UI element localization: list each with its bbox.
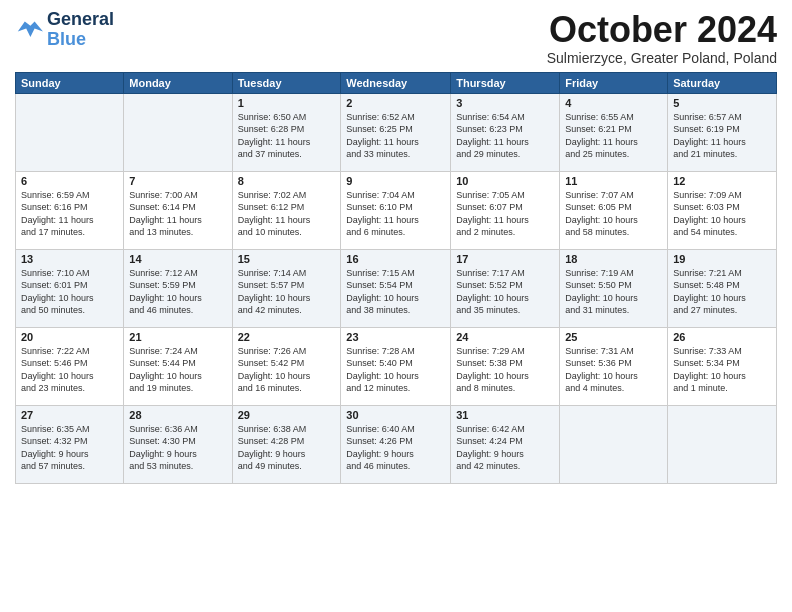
calendar-cell: 15Sunrise: 7:14 AM Sunset: 5:57 PM Dayli… <box>232 249 341 327</box>
day-number: 18 <box>565 253 662 265</box>
day-number: 26 <box>673 331 771 343</box>
day-info: Sunrise: 7:00 AM Sunset: 6:14 PM Dayligh… <box>129 189 226 239</box>
day-info: Sunrise: 7:05 AM Sunset: 6:07 PM Dayligh… <box>456 189 554 239</box>
day-info: Sunrise: 6:52 AM Sunset: 6:25 PM Dayligh… <box>346 111 445 161</box>
day-info: Sunrise: 6:42 AM Sunset: 4:24 PM Dayligh… <box>456 423 554 473</box>
day-number: 6 <box>21 175 118 187</box>
day-number: 24 <box>456 331 554 343</box>
day-number: 30 <box>346 409 445 421</box>
day-number: 5 <box>673 97 771 109</box>
col-header-thursday: Thursday <box>451 72 560 93</box>
day-number: 27 <box>21 409 118 421</box>
calendar-cell: 25Sunrise: 7:31 AM Sunset: 5:36 PM Dayli… <box>560 327 668 405</box>
day-number: 29 <box>238 409 336 421</box>
day-number: 1 <box>238 97 336 109</box>
day-info: Sunrise: 6:36 AM Sunset: 4:30 PM Dayligh… <box>129 423 226 473</box>
day-number: 10 <box>456 175 554 187</box>
calendar-cell <box>668 405 777 483</box>
header-row: SundayMondayTuesdayWednesdayThursdayFrid… <box>16 72 777 93</box>
calendar-week-3: 13Sunrise: 7:10 AM Sunset: 6:01 PM Dayli… <box>16 249 777 327</box>
col-header-saturday: Saturday <box>668 72 777 93</box>
logo-icon <box>15 16 43 44</box>
day-info: Sunrise: 7:14 AM Sunset: 5:57 PM Dayligh… <box>238 267 336 317</box>
day-info: Sunrise: 7:29 AM Sunset: 5:38 PM Dayligh… <box>456 345 554 395</box>
day-info: Sunrise: 7:26 AM Sunset: 5:42 PM Dayligh… <box>238 345 336 395</box>
calendar-cell <box>560 405 668 483</box>
day-info: Sunrise: 7:31 AM Sunset: 5:36 PM Dayligh… <box>565 345 662 395</box>
col-header-sunday: Sunday <box>16 72 124 93</box>
calendar-week-4: 20Sunrise: 7:22 AM Sunset: 5:46 PM Dayli… <box>16 327 777 405</box>
calendar-cell: 29Sunrise: 6:38 AM Sunset: 4:28 PM Dayli… <box>232 405 341 483</box>
day-info: Sunrise: 7:15 AM Sunset: 5:54 PM Dayligh… <box>346 267 445 317</box>
col-header-friday: Friday <box>560 72 668 93</box>
day-info: Sunrise: 7:07 AM Sunset: 6:05 PM Dayligh… <box>565 189 662 239</box>
day-info: Sunrise: 7:17 AM Sunset: 5:52 PM Dayligh… <box>456 267 554 317</box>
col-header-tuesday: Tuesday <box>232 72 341 93</box>
day-info: Sunrise: 7:09 AM Sunset: 6:03 PM Dayligh… <box>673 189 771 239</box>
day-info: Sunrise: 7:28 AM Sunset: 5:40 PM Dayligh… <box>346 345 445 395</box>
calendar-cell <box>16 93 124 171</box>
day-info: Sunrise: 7:19 AM Sunset: 5:50 PM Dayligh… <box>565 267 662 317</box>
calendar-cell: 31Sunrise: 6:42 AM Sunset: 4:24 PM Dayli… <box>451 405 560 483</box>
calendar-cell: 10Sunrise: 7:05 AM Sunset: 6:07 PM Dayli… <box>451 171 560 249</box>
calendar-cell: 5Sunrise: 6:57 AM Sunset: 6:19 PM Daylig… <box>668 93 777 171</box>
calendar-week-2: 6Sunrise: 6:59 AM Sunset: 6:16 PM Daylig… <box>16 171 777 249</box>
col-header-wednesday: Wednesday <box>341 72 451 93</box>
day-number: 8 <box>238 175 336 187</box>
calendar-cell: 16Sunrise: 7:15 AM Sunset: 5:54 PM Dayli… <box>341 249 451 327</box>
page: General Blue October 2024 Sulmierzyce, G… <box>0 0 792 612</box>
day-number: 14 <box>129 253 226 265</box>
calendar-cell: 24Sunrise: 7:29 AM Sunset: 5:38 PM Dayli… <box>451 327 560 405</box>
calendar-cell: 27Sunrise: 6:35 AM Sunset: 4:32 PM Dayli… <box>16 405 124 483</box>
calendar-cell: 26Sunrise: 7:33 AM Sunset: 5:34 PM Dayli… <box>668 327 777 405</box>
day-number: 9 <box>346 175 445 187</box>
day-info: Sunrise: 7:21 AM Sunset: 5:48 PM Dayligh… <box>673 267 771 317</box>
day-number: 23 <box>346 331 445 343</box>
day-info: Sunrise: 6:57 AM Sunset: 6:19 PM Dayligh… <box>673 111 771 161</box>
calendar-cell: 23Sunrise: 7:28 AM Sunset: 5:40 PM Dayli… <box>341 327 451 405</box>
calendar-cell <box>124 93 232 171</box>
day-info: Sunrise: 7:22 AM Sunset: 5:46 PM Dayligh… <box>21 345 118 395</box>
subtitle: Sulmierzyce, Greater Poland, Poland <box>547 50 777 66</box>
calendar-cell: 12Sunrise: 7:09 AM Sunset: 6:03 PM Dayli… <box>668 171 777 249</box>
day-info: Sunrise: 6:55 AM Sunset: 6:21 PM Dayligh… <box>565 111 662 161</box>
day-info: Sunrise: 6:54 AM Sunset: 6:23 PM Dayligh… <box>456 111 554 161</box>
main-title: October 2024 <box>547 10 777 50</box>
calendar-cell: 19Sunrise: 7:21 AM Sunset: 5:48 PM Dayli… <box>668 249 777 327</box>
title-block: October 2024 Sulmierzyce, Greater Poland… <box>547 10 777 66</box>
day-info: Sunrise: 6:35 AM Sunset: 4:32 PM Dayligh… <box>21 423 118 473</box>
calendar-cell: 8Sunrise: 7:02 AM Sunset: 6:12 PM Daylig… <box>232 171 341 249</box>
calendar-cell: 3Sunrise: 6:54 AM Sunset: 6:23 PM Daylig… <box>451 93 560 171</box>
day-number: 28 <box>129 409 226 421</box>
day-info: Sunrise: 7:12 AM Sunset: 5:59 PM Dayligh… <box>129 267 226 317</box>
day-info: Sunrise: 6:38 AM Sunset: 4:28 PM Dayligh… <box>238 423 336 473</box>
day-info: Sunrise: 6:50 AM Sunset: 6:28 PM Dayligh… <box>238 111 336 161</box>
col-header-monday: Monday <box>124 72 232 93</box>
day-number: 13 <box>21 253 118 265</box>
day-info: Sunrise: 6:59 AM Sunset: 6:16 PM Dayligh… <box>21 189 118 239</box>
calendar-cell: 13Sunrise: 7:10 AM Sunset: 6:01 PM Dayli… <box>16 249 124 327</box>
calendar-week-5: 27Sunrise: 6:35 AM Sunset: 4:32 PM Dayli… <box>16 405 777 483</box>
calendar-table: SundayMondayTuesdayWednesdayThursdayFrid… <box>15 72 777 484</box>
day-number: 7 <box>129 175 226 187</box>
day-number: 16 <box>346 253 445 265</box>
day-number: 2 <box>346 97 445 109</box>
calendar-cell: 14Sunrise: 7:12 AM Sunset: 5:59 PM Dayli… <box>124 249 232 327</box>
header: General Blue October 2024 Sulmierzyce, G… <box>15 10 777 66</box>
day-number: 19 <box>673 253 771 265</box>
logo: General Blue <box>15 10 114 50</box>
day-number: 20 <box>21 331 118 343</box>
calendar-cell: 9Sunrise: 7:04 AM Sunset: 6:10 PM Daylig… <box>341 171 451 249</box>
day-info: Sunrise: 7:04 AM Sunset: 6:10 PM Dayligh… <box>346 189 445 239</box>
day-number: 3 <box>456 97 554 109</box>
day-info: Sunrise: 7:33 AM Sunset: 5:34 PM Dayligh… <box>673 345 771 395</box>
day-number: 31 <box>456 409 554 421</box>
day-number: 25 <box>565 331 662 343</box>
logo-line2: Blue <box>47 29 86 49</box>
day-number: 15 <box>238 253 336 265</box>
calendar-cell: 1Sunrise: 6:50 AM Sunset: 6:28 PM Daylig… <box>232 93 341 171</box>
calendar-cell: 7Sunrise: 7:00 AM Sunset: 6:14 PM Daylig… <box>124 171 232 249</box>
calendar-cell: 2Sunrise: 6:52 AM Sunset: 6:25 PM Daylig… <box>341 93 451 171</box>
day-info: Sunrise: 7:02 AM Sunset: 6:12 PM Dayligh… <box>238 189 336 239</box>
calendar-cell: 4Sunrise: 6:55 AM Sunset: 6:21 PM Daylig… <box>560 93 668 171</box>
